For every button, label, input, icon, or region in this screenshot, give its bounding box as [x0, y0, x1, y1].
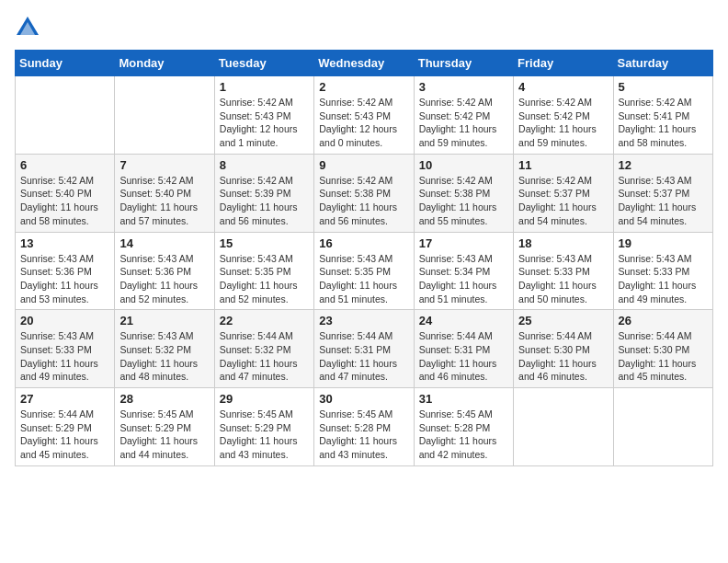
- calendar-cell: 5Sunrise: 5:42 AM Sunset: 5:41 PM Daylig…: [613, 76, 712, 155]
- calendar-cell: 13Sunrise: 5:43 AM Sunset: 5:36 PM Dayli…: [16, 232, 115, 310]
- logo: [15, 15, 44, 40]
- calendar-cell: 15Sunrise: 5:43 AM Sunset: 5:35 PM Dayli…: [214, 232, 313, 310]
- day-number: 1: [220, 80, 309, 94]
- day-number: 10: [419, 158, 508, 172]
- cell-info: Sunrise: 5:42 AM Sunset: 5:43 PM Dayligh…: [220, 96, 309, 150]
- day-number: 27: [20, 392, 109, 406]
- day-number: 29: [220, 392, 309, 406]
- calendar-cell: 20Sunrise: 5:43 AM Sunset: 5:33 PM Dayli…: [16, 310, 115, 388]
- day-number: 5: [619, 80, 708, 94]
- day-number: 14: [119, 236, 209, 250]
- day-number: 3: [419, 80, 508, 94]
- calendar-cell: 17Sunrise: 5:43 AM Sunset: 5:34 PM Dayli…: [414, 232, 513, 310]
- cell-info: Sunrise: 5:43 AM Sunset: 5:35 PM Dayligh…: [220, 252, 309, 306]
- cell-info: Sunrise: 5:42 AM Sunset: 5:39 PM Dayligh…: [220, 174, 309, 228]
- calendar-cell: 18Sunrise: 5:43 AM Sunset: 5:33 PM Dayli…: [514, 232, 613, 310]
- day-number: 28: [119, 392, 209, 406]
- day-number: 20: [20, 314, 109, 327]
- cell-info: Sunrise: 5:42 AM Sunset: 5:38 PM Dayligh…: [419, 174, 508, 228]
- calendar-cell: 11Sunrise: 5:42 AM Sunset: 5:37 PM Dayli…: [514, 154, 613, 232]
- cell-info: Sunrise: 5:43 AM Sunset: 5:33 PM Dayligh…: [619, 252, 708, 306]
- page-header: [15, 15, 713, 40]
- calendar-cell: [514, 388, 613, 466]
- calendar-cell: 23Sunrise: 5:44 AM Sunset: 5:31 PM Dayli…: [314, 310, 414, 388]
- calendar-cell: 9Sunrise: 5:42 AM Sunset: 5:38 PM Daylig…: [314, 154, 414, 232]
- cell-info: Sunrise: 5:44 AM Sunset: 5:31 PM Dayligh…: [419, 329, 508, 384]
- day-number: 15: [220, 236, 309, 250]
- cell-info: Sunrise: 5:42 AM Sunset: 5:42 PM Dayligh…: [419, 96, 508, 150]
- day-number: 4: [518, 80, 608, 94]
- cell-info: Sunrise: 5:43 AM Sunset: 5:32 PM Dayligh…: [119, 329, 209, 384]
- day-header-saturday: Saturday: [613, 51, 712, 76]
- day-header-monday: Monday: [115, 51, 214, 76]
- calendar-cell: 27Sunrise: 5:44 AM Sunset: 5:29 PM Dayli…: [16, 388, 115, 466]
- cell-info: Sunrise: 5:42 AM Sunset: 5:37 PM Dayligh…: [518, 174, 608, 228]
- calendar-cell: 16Sunrise: 5:43 AM Sunset: 5:35 PM Dayli…: [314, 232, 414, 310]
- calendar-cell: 8Sunrise: 5:42 AM Sunset: 5:39 PM Daylig…: [214, 154, 313, 232]
- day-number: 7: [119, 158, 209, 172]
- cell-info: Sunrise: 5:44 AM Sunset: 5:30 PM Dayligh…: [518, 329, 608, 384]
- week-row-2: 6Sunrise: 5:42 AM Sunset: 5:40 PM Daylig…: [16, 154, 713, 232]
- day-number: 6: [20, 158, 109, 172]
- cell-info: Sunrise: 5:45 AM Sunset: 5:29 PM Dayligh…: [220, 408, 309, 462]
- cell-info: Sunrise: 5:45 AM Sunset: 5:28 PM Dayligh…: [419, 408, 508, 462]
- calendar-cell: 7Sunrise: 5:42 AM Sunset: 5:40 PM Daylig…: [115, 154, 214, 232]
- calendar-cell: 3Sunrise: 5:42 AM Sunset: 5:42 PM Daylig…: [414, 76, 513, 155]
- calendar-cell: 12Sunrise: 5:43 AM Sunset: 5:37 PM Dayli…: [613, 154, 712, 232]
- calendar-cell: [613, 388, 712, 466]
- calendar-cell: 22Sunrise: 5:44 AM Sunset: 5:32 PM Dayli…: [214, 310, 313, 388]
- calendar-cell: [16, 76, 115, 155]
- calendar-cell: 10Sunrise: 5:42 AM Sunset: 5:38 PM Dayli…: [414, 154, 513, 232]
- calendar-cell: 1Sunrise: 5:42 AM Sunset: 5:43 PM Daylig…: [214, 76, 313, 155]
- day-number: 2: [319, 80, 408, 94]
- cell-info: Sunrise: 5:42 AM Sunset: 5:40 PM Dayligh…: [20, 174, 109, 228]
- cell-info: Sunrise: 5:43 AM Sunset: 5:33 PM Dayligh…: [518, 252, 608, 306]
- cell-info: Sunrise: 5:42 AM Sunset: 5:41 PM Dayligh…: [619, 96, 708, 150]
- cell-info: Sunrise: 5:42 AM Sunset: 5:43 PM Dayligh…: [319, 96, 408, 150]
- calendar-cell: 24Sunrise: 5:44 AM Sunset: 5:31 PM Dayli…: [414, 310, 513, 388]
- week-row-1: 1Sunrise: 5:42 AM Sunset: 5:43 PM Daylig…: [16, 76, 713, 155]
- calendar-cell: 4Sunrise: 5:42 AM Sunset: 5:42 PM Daylig…: [514, 76, 613, 155]
- cell-info: Sunrise: 5:43 AM Sunset: 5:35 PM Dayligh…: [319, 252, 408, 306]
- cell-info: Sunrise: 5:43 AM Sunset: 5:33 PM Dayligh…: [20, 329, 109, 384]
- day-header-tuesday: Tuesday: [214, 51, 313, 76]
- cell-info: Sunrise: 5:44 AM Sunset: 5:30 PM Dayligh…: [619, 329, 708, 384]
- calendar-cell: 26Sunrise: 5:44 AM Sunset: 5:30 PM Dayli…: [613, 310, 712, 388]
- day-number: 19: [619, 236, 708, 250]
- calendar-cell: 29Sunrise: 5:45 AM Sunset: 5:29 PM Dayli…: [214, 388, 313, 466]
- week-row-5: 27Sunrise: 5:44 AM Sunset: 5:29 PM Dayli…: [16, 388, 713, 466]
- day-number: 17: [419, 236, 508, 250]
- day-number: 16: [319, 236, 408, 250]
- calendar-cell: 14Sunrise: 5:43 AM Sunset: 5:36 PM Dayli…: [115, 232, 214, 310]
- calendar-cell: 31Sunrise: 5:45 AM Sunset: 5:28 PM Dayli…: [414, 388, 513, 466]
- day-header-thursday: Thursday: [414, 51, 513, 76]
- day-header-friday: Friday: [514, 51, 613, 76]
- cell-info: Sunrise: 5:42 AM Sunset: 5:38 PM Dayligh…: [319, 174, 408, 228]
- day-number: 8: [220, 158, 309, 172]
- day-number: 13: [20, 236, 109, 250]
- week-row-3: 13Sunrise: 5:43 AM Sunset: 5:36 PM Dayli…: [16, 232, 713, 310]
- day-number: 23: [319, 314, 408, 327]
- cell-info: Sunrise: 5:43 AM Sunset: 5:34 PM Dayligh…: [419, 252, 508, 306]
- cell-info: Sunrise: 5:45 AM Sunset: 5:28 PM Dayligh…: [319, 408, 408, 462]
- calendar-cell: 2Sunrise: 5:42 AM Sunset: 5:43 PM Daylig…: [314, 76, 414, 155]
- week-row-4: 20Sunrise: 5:43 AM Sunset: 5:33 PM Dayli…: [16, 310, 713, 388]
- calendar-cell: 21Sunrise: 5:43 AM Sunset: 5:32 PM Dayli…: [115, 310, 214, 388]
- calendar-table: SundayMondayTuesdayWednesdayThursdayFrid…: [15, 50, 713, 466]
- cell-info: Sunrise: 5:45 AM Sunset: 5:29 PM Dayligh…: [119, 408, 209, 462]
- calendar-cell: 28Sunrise: 5:45 AM Sunset: 5:29 PM Dayli…: [115, 388, 214, 466]
- day-number: 31: [419, 392, 508, 406]
- day-number: 11: [518, 158, 608, 172]
- cell-info: Sunrise: 5:43 AM Sunset: 5:36 PM Dayligh…: [119, 252, 209, 306]
- cell-info: Sunrise: 5:42 AM Sunset: 5:40 PM Dayligh…: [119, 174, 209, 228]
- day-number: 30: [319, 392, 408, 406]
- day-number: 9: [319, 158, 408, 172]
- calendar-cell: 19Sunrise: 5:43 AM Sunset: 5:33 PM Dayli…: [613, 232, 712, 310]
- calendar-header-row: SundayMondayTuesdayWednesdayThursdayFrid…: [16, 51, 713, 76]
- calendar-cell: 6Sunrise: 5:42 AM Sunset: 5:40 PM Daylig…: [16, 154, 115, 232]
- day-number: 21: [119, 314, 209, 327]
- calendar-cell: 25Sunrise: 5:44 AM Sunset: 5:30 PM Dayli…: [514, 310, 613, 388]
- day-header-sunday: Sunday: [16, 51, 115, 76]
- day-number: 18: [518, 236, 608, 250]
- day-number: 12: [619, 158, 708, 172]
